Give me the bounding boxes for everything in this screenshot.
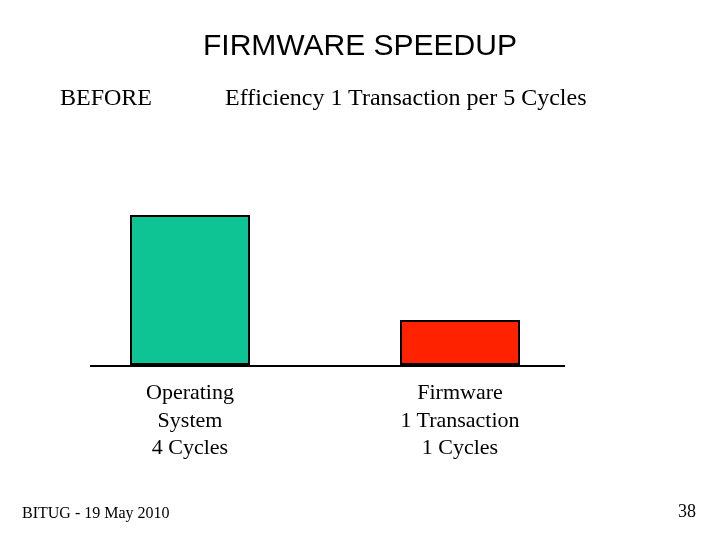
bar-label-os-line2: System — [158, 407, 223, 432]
bar-label-firmware: Firmware 1 Transaction 1 Cycles — [360, 378, 560, 461]
slide-title: FIRMWARE SPEEDUP — [0, 28, 720, 62]
bar-label-fw-line1: Firmware — [417, 379, 503, 404]
bar-label-operating-system: Operating System 4 Cycles — [90, 378, 290, 461]
slide: FIRMWARE SPEEDUP BEFORE Efficiency 1 Tra… — [0, 0, 720, 540]
bar-operating-system — [130, 215, 250, 365]
footer-date: BITUG - 19 May 2010 — [22, 504, 170, 522]
efficiency-subtitle: Efficiency 1 Transaction per 5 Cycles — [225, 84, 586, 111]
bar-label-fw-line3: 1 Cycles — [422, 434, 498, 459]
before-label: BEFORE — [60, 84, 152, 111]
bar-label-os-line1: Operating — [146, 379, 234, 404]
bar-label-fw-line2: 1 Transaction — [400, 407, 519, 432]
bar-firmware — [400, 320, 520, 365]
x-axis — [90, 365, 565, 367]
bar-label-os-line3: 4 Cycles — [152, 434, 228, 459]
slide-number: 38 — [678, 501, 696, 522]
